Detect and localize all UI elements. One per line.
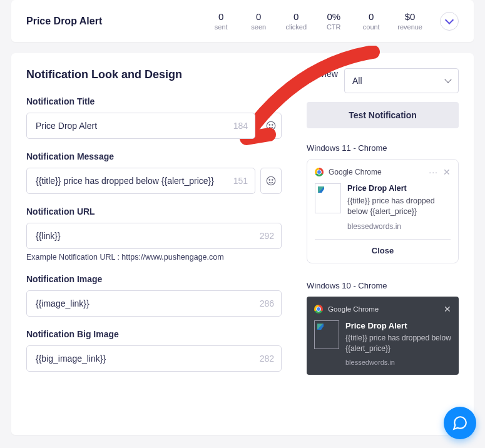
- campaign-header: Price Drop Alert 0 sent 0 seen 0 clicked…: [11, 0, 474, 42]
- label-notification-message: Notification Message: [26, 151, 282, 161]
- design-panel: Notification Look and Design Notificatio…: [11, 53, 474, 435]
- chevron-down-icon: [444, 76, 451, 83]
- field-notification-image: Notification Image 286: [26, 274, 282, 317]
- stat-clicked: 0 clicked: [285, 11, 307, 31]
- char-count: 286: [260, 298, 274, 308]
- chat-icon: [452, 415, 468, 431]
- field-notification-title: Notification Title 184: [26, 96, 282, 139]
- os-label-win10: Windows 10 - Chrome: [307, 281, 459, 290]
- notification-preview-message: {{title}} price has dropped below {{aler…: [345, 333, 451, 354]
- stat-count: 0 count: [360, 11, 382, 31]
- close-button[interactable]: Close: [315, 239, 451, 255]
- notification-message-input[interactable]: [26, 168, 255, 194]
- close-icon[interactable]: ✕: [444, 304, 451, 314]
- notification-big-image-input[interactable]: [26, 345, 282, 372]
- svg-point-5: [272, 180, 273, 181]
- preview-select[interactable]: All: [344, 68, 459, 93]
- broken-image-icon: [315, 183, 341, 213]
- emoji-button[interactable]: [260, 168, 282, 194]
- label-notification-title: Notification Title: [26, 96, 282, 106]
- label-notification-big-image: Notification Big Image: [26, 329, 282, 339]
- stat-revenue: $0 revenue: [397, 11, 422, 31]
- chrome-icon: [314, 305, 323, 313]
- emoji-button[interactable]: [260, 113, 282, 139]
- svg-point-1: [269, 125, 270, 126]
- os-label-win11: Windows 11 - Chrome: [307, 143, 459, 153]
- svg-point-4: [269, 180, 270, 181]
- test-notification-button[interactable]: Test Notification: [307, 102, 459, 128]
- browser-name: Google Chrome: [329, 168, 429, 176]
- char-count: 282: [260, 354, 274, 364]
- broken-image-icon: [314, 320, 339, 349]
- browser-name: Google Chrome: [328, 305, 444, 313]
- char-count: 184: [233, 121, 248, 131]
- campaign-title: Price Drop Alert: [26, 16, 102, 27]
- label-notification-image: Notification Image: [26, 274, 282, 284]
- notification-preview-message: {{title}} price has dropped below {{aler…: [347, 196, 451, 218]
- select-value: All: [352, 76, 362, 86]
- field-notification-url: Notification URL 292 Example Notificatio…: [26, 206, 282, 262]
- notification-image-input[interactable]: [26, 290, 282, 317]
- notification-preview-win10: Google Chrome ✕ Price Drop Alert {{title…: [307, 297, 459, 375]
- close-icon[interactable]: ✕: [443, 167, 451, 177]
- stat-sent: 0 sent: [210, 11, 232, 31]
- notification-preview-title: Price Drop Alert: [345, 320, 451, 332]
- stat-ctr: 0% CTR: [322, 11, 345, 31]
- svg-point-0: [267, 121, 275, 130]
- chrome-icon: [315, 168, 324, 176]
- notification-preview-title: Price Drop Alert: [347, 183, 451, 195]
- notification-preview-domain: blessedwords.in: [345, 358, 451, 367]
- field-notification-big-image: Notification Big Image 282: [26, 329, 282, 372]
- notification-title-input[interactable]: [26, 113, 255, 139]
- help-fab-button[interactable]: [444, 407, 476, 439]
- field-notification-message: Notification Message 151: [26, 151, 282, 194]
- char-count: 151: [233, 176, 248, 186]
- campaign-stats: 0 sent 0 seen 0 clicked 0% CTR 0 count $…: [210, 11, 422, 31]
- smile-icon: [265, 175, 277, 186]
- url-helper-text: Example Notification URL : https://www.p…: [26, 253, 282, 262]
- label-notification-url: Notification URL: [26, 206, 282, 216]
- notification-url-input[interactable]: [26, 223, 282, 249]
- section-heading: Notification Look and Design: [26, 68, 282, 81]
- collapse-button[interactable]: [440, 12, 459, 31]
- notification-preview-win11: Google Chrome ··· ✕ Price Drop Alert {{t…: [307, 159, 459, 263]
- svg-point-3: [267, 176, 275, 185]
- svg-point-2: [272, 125, 273, 126]
- notification-preview-domain: blessedwords.in: [347, 221, 451, 232]
- stat-seen: 0 seen: [247, 11, 270, 31]
- char-count: 292: [260, 231, 274, 241]
- smile-icon: [265, 120, 277, 131]
- preview-label: Preview: [307, 68, 339, 79]
- chevron-down-icon: [445, 15, 454, 24]
- more-icon[interactable]: ···: [429, 167, 438, 177]
